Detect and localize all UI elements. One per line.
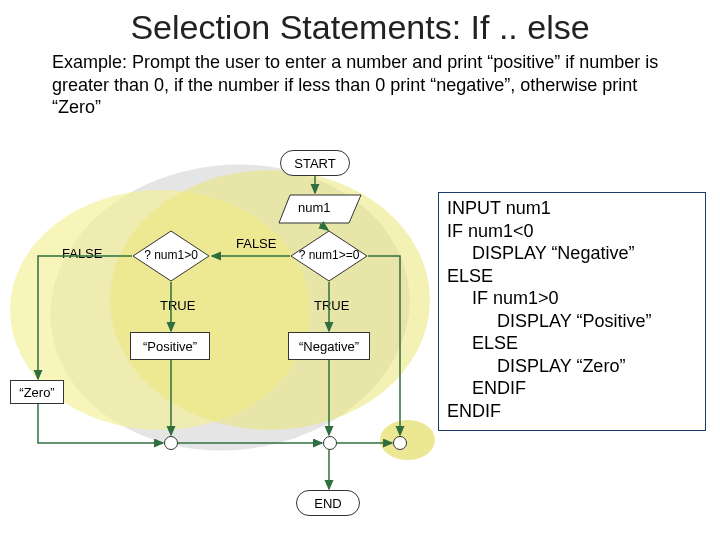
input-label: num1: [298, 200, 331, 215]
true-label: TRUE: [160, 298, 195, 313]
flow-arrows: [0, 150, 440, 530]
false-label: FALSE: [62, 246, 102, 261]
junction: [323, 436, 337, 450]
flowchart: START num1 ? num1>0 ? num1>=0 FALSE FALS…: [0, 150, 440, 530]
junction: [393, 436, 407, 450]
decision2-node: ? num1>=0: [290, 230, 368, 282]
positive-node: “Positive”: [130, 332, 210, 360]
end-node: END: [296, 490, 360, 516]
junction: [164, 436, 178, 450]
false-label: FALSE: [236, 236, 276, 251]
negative-node: “Negative”: [288, 332, 370, 360]
example-text: Example: Prompt the user to enter a numb…: [52, 51, 680, 119]
true-label: TRUE: [314, 298, 349, 313]
page-title: Selection Statements: If .. else: [0, 8, 720, 47]
start-node: START: [280, 150, 350, 176]
zero-node: “Zero”: [10, 380, 64, 404]
pseudocode-box: INPUT num1 IF num1<0 DISPLAY “Negative” …: [438, 192, 706, 431]
decision1-node: ? num1>0: [132, 230, 210, 282]
